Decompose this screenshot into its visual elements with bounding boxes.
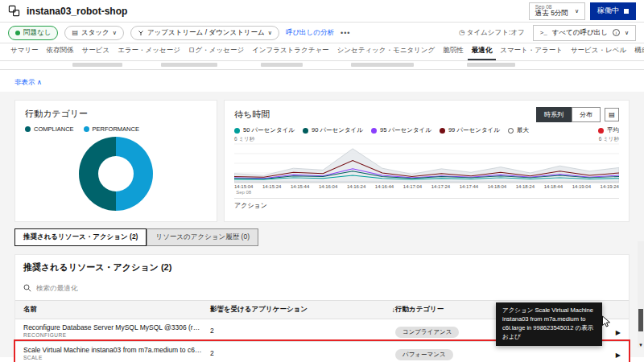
chart-options-button[interactable]: ▤ bbox=[605, 108, 619, 121]
dot-icon bbox=[84, 126, 89, 132]
action-type: RECONFIGURE bbox=[23, 332, 202, 338]
latency-legend: 50 パーセンタイル90 パーセンタイル95 パーセンタイル99 パーセンタイル… bbox=[234, 126, 619, 134]
section-title: 推奨されるリソース・アクション (2) bbox=[15, 255, 629, 278]
x-tick-label: 14:18:04 bbox=[488, 184, 506, 195]
tab-エラー・メッセージ[interactable]: エラー・メッセージ bbox=[114, 43, 184, 60]
stack-dropdown-label: スタック bbox=[81, 28, 109, 38]
live-button-label: 稼働中 bbox=[597, 6, 619, 16]
legend-item[interactable]: 50 パーセンタイル bbox=[234, 126, 295, 134]
clock-icon: ◷ bbox=[459, 28, 464, 36]
health-status-badge[interactable]: 問題なし bbox=[8, 26, 58, 40]
tab-インフラストラクチャー[interactable]: インフラストラクチャー bbox=[248, 43, 333, 60]
stop-icon bbox=[624, 9, 629, 14]
x-tick-label: 14:19:24 bbox=[601, 184, 619, 195]
behavior-donut-chart[interactable] bbox=[79, 137, 153, 211]
tab-サービス・レベル[interactable]: サービス・レベル bbox=[567, 43, 630, 60]
action-type: SCALE bbox=[23, 355, 202, 360]
timeshift-status[interactable]: ◷ タイムシフト:オフ bbox=[459, 28, 525, 38]
legend-item[interactable]: PERFORMANCE bbox=[84, 125, 139, 133]
all-calls-dropdown[interactable]: >_ すべての呼び出し i ∨ bbox=[533, 25, 636, 41]
x-tick-label: 14:15:44 bbox=[291, 184, 309, 195]
tab-スマート・アラート[interactable]: スマート・アラート bbox=[496, 43, 567, 60]
tab-最適化[interactable]: 最適化 bbox=[468, 43, 497, 60]
search-input[interactable] bbox=[36, 284, 213, 292]
x-tick-label: 14:15:04Sep 08 bbox=[234, 184, 253, 195]
x-tick-label: 14:16:04 bbox=[319, 184, 337, 195]
actions-track-label: アクション bbox=[234, 198, 619, 210]
scrollbar-thumb[interactable] bbox=[638, 309, 643, 331]
fork-icon bbox=[138, 30, 144, 36]
scroll-down-icon[interactable]: ▼ bbox=[638, 343, 644, 348]
recommended-actions-button[interactable]: 推奨されるリソース・アクション (2) bbox=[14, 228, 147, 246]
upstream-downstream-label: アップストリーム / ダウンストリーム bbox=[147, 28, 265, 38]
stack-dropdown[interactable]: ▤ スタック ∨ bbox=[64, 26, 123, 40]
latency-card-title: 待ち時間 bbox=[234, 109, 270, 121]
grid-icon: ▤ bbox=[609, 111, 615, 118]
search-bar bbox=[15, 278, 629, 301]
analyze-calls-link[interactable]: 呼び出しの分析 bbox=[286, 28, 334, 38]
column-name[interactable]: 名前 bbox=[23, 305, 210, 315]
latency-card: 待ち時間 時系列 分布 ▤ 50 パーセンタイル90 パーセンタイル95 パーセ… bbox=[224, 100, 630, 222]
x-tick-label: 14:19:04 bbox=[572, 184, 591, 195]
chevron-down-icon: ∨ bbox=[113, 30, 117, 36]
application-icon bbox=[8, 5, 20, 17]
tab-構成[interactable]: 構成 bbox=[630, 43, 644, 60]
behavior-category-card: 行動カテゴリー COMPLIANCEPERFORMANCE bbox=[14, 100, 217, 222]
y-axis-right-max-label: 6 ミリ秒 bbox=[599, 136, 619, 143]
tab-サマリー[interactable]: サマリー bbox=[6, 43, 43, 60]
health-status-label: 問題なし bbox=[23, 28, 51, 38]
mouse-cursor bbox=[601, 315, 612, 328]
vertical-scrollbar[interactable]: ▼ bbox=[638, 241, 644, 348]
chevron-down-icon: ∨ bbox=[575, 8, 579, 14]
behavior-legend: COMPLIANCEPERFORMANCE bbox=[25, 125, 207, 133]
upstream-downstream-dropdown[interactable]: アップストリーム / ダウンストリーム ∨ bbox=[130, 26, 279, 40]
column-affected-applications[interactable]: 影響を受けるアプリケーション ↓ bbox=[210, 305, 395, 315]
hide-section-link[interactable]: 非表示 ∧ bbox=[14, 78, 42, 86]
legend-item[interactable]: 最大 bbox=[508, 126, 529, 134]
action-view-toggle: 推奨されるリソース・アクション (2) リソースのアクション履歴 (0) bbox=[14, 228, 630, 246]
row-expand-icon[interactable]: ▶ bbox=[616, 352, 621, 359]
page: instana03_robot-shop Sep 08 過去 5分間 ∨ 稼働中… bbox=[0, 0, 644, 362]
dot-icon bbox=[25, 126, 31, 132]
truncated-text bbox=[351, 63, 414, 67]
context-toolbar: 問題なし ▤ スタック ∨ アップストリーム / ダウンストリーム ∨ 呼び出し… bbox=[0, 23, 644, 43]
tab-依存関係[interactable]: 依存関係 bbox=[43, 43, 78, 60]
legend-item[interactable]: 99 パーセンタイル bbox=[440, 126, 500, 134]
truncated-text bbox=[72, 63, 122, 67]
page-title: instana03_robot-shop bbox=[27, 6, 127, 17]
row-expand-icon[interactable]: ▶ bbox=[616, 329, 621, 336]
x-axis-labels: 14:15:04Sep 0814:15:2414:15:4414:16:0414… bbox=[234, 184, 619, 195]
terminal-icon: >_ bbox=[540, 30, 547, 36]
dot-icon bbox=[234, 128, 240, 134]
timeseries-toggle-button[interactable]: 時系列 bbox=[536, 107, 572, 122]
tab-ログ・メッセージ[interactable]: ログ・メッセージ bbox=[184, 43, 248, 60]
actions-history-button[interactable]: リソースのアクション履歴 (0) bbox=[147, 228, 258, 246]
legend-item[interactable]: 95 パーセンタイル bbox=[371, 126, 431, 134]
green-dot-icon bbox=[15, 31, 20, 35]
tab-脆弱性[interactable]: 脆弱性 bbox=[439, 43, 468, 60]
affected-count: 2 bbox=[210, 327, 395, 335]
tab-サービス[interactable]: サービス bbox=[78, 43, 114, 60]
latency-line-chart[interactable] bbox=[234, 143, 619, 183]
search-icon bbox=[23, 281, 31, 295]
tab-シンセティック・モニタリング[interactable]: シンセティック・モニタリング bbox=[333, 43, 440, 60]
action-name: Reconfigure Database Server MySQL MySQL … bbox=[23, 323, 202, 331]
x-tick-label: 14:18:44 bbox=[544, 184, 563, 195]
distribution-toggle-button[interactable]: 分布 bbox=[572, 107, 601, 122]
overflow-menu-icon[interactable]: ••• bbox=[341, 29, 350, 37]
time-range-selector[interactable]: Sep 08 過去 5分間 ∨ bbox=[529, 2, 585, 20]
dot-icon bbox=[371, 128, 377, 134]
donut-hole bbox=[98, 156, 134, 191]
legend-item[interactable]: 90 パーセンタイル bbox=[303, 126, 363, 134]
dot-icon bbox=[303, 128, 308, 134]
chevron-down-icon: ∨ bbox=[625, 30, 629, 36]
legend-item[interactable]: COMPLIANCE bbox=[25, 125, 74, 133]
dot-icon bbox=[598, 128, 604, 134]
legend-item[interactable]: 平均 bbox=[598, 126, 619, 134]
live-button[interactable]: 稼働中 bbox=[590, 2, 636, 20]
tab-bar: サマリー依存関係サービスエラー・メッセージログ・メッセージインフラストラクチャー… bbox=[0, 43, 644, 61]
x-tick-label: 14:16:44 bbox=[375, 184, 394, 195]
action-name: Scale Virtual Machine instana03 from m7a… bbox=[23, 346, 202, 354]
x-tick-label: 14:17:24 bbox=[431, 184, 450, 195]
time-range-label: 過去 5分間 bbox=[535, 10, 568, 17]
